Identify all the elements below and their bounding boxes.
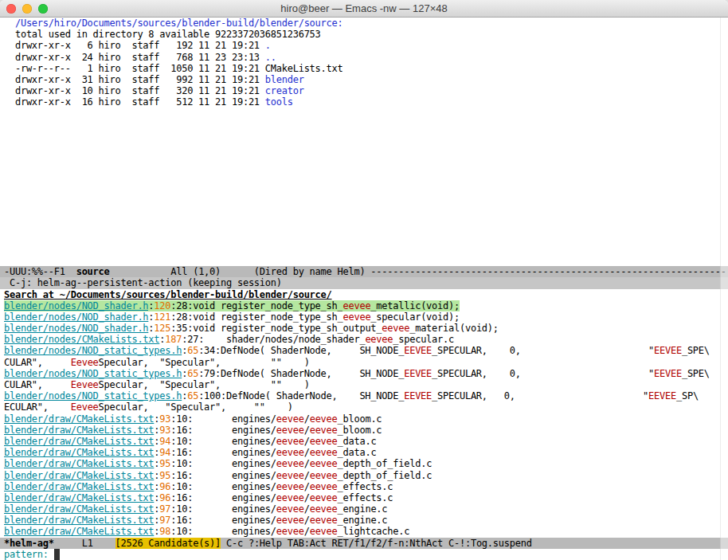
result-file-path[interactable]: blender/nodes/NOD_static_types.h: [4, 390, 182, 401]
match-highlight: eevee: [310, 526, 338, 537]
helm-candidate-row[interactable]: blender/draw/CMakeLists.txt:94:10: engin…: [0, 436, 728, 447]
text: _SPECULAR, 0, ": [432, 368, 654, 379]
helm-candidate-row[interactable]: blender/draw/CMakeLists.txt:95:10: engin…: [0, 458, 728, 469]
helm-candidate-row[interactable]: blender/nodes/NOD_shader.h:121:28:void r…: [0, 311, 728, 323]
text: :16: engines/: [170, 515, 276, 526]
text: /: [304, 413, 310, 425]
text: Search at ~/Documents/sources/blender-bu…: [4, 289, 332, 300]
blank-line: [0, 176, 728, 187]
helm-candidate-row[interactable]: blender/nodes/NOD_static_types.h:65:79:D…: [0, 368, 728, 379]
result-file-path[interactable]: blender/draw/CMakeLists.txt: [4, 492, 154, 503]
minimize-button[interactable]: [22, 4, 32, 14]
match-highlight: eevee: [310, 503, 338, 515]
text: :100:DefNode( ShaderNode, SH_NODE_: [198, 390, 404, 401]
blank-line: [0, 153, 728, 164]
blank-line: [0, 164, 728, 175]
text: _effects.c: [338, 481, 393, 492]
helm-candidate-row[interactable]: blender/draw/CMakeLists.txt:93:16: engin…: [0, 425, 728, 436]
result-file-path[interactable]: blender/draw/CMakeLists.txt: [4, 425, 154, 436]
bold-text: source: [76, 266, 110, 277]
helm-candidate-row[interactable]: ECULAR", EeveeSpecular, "Specular", "" ): [0, 401, 728, 413]
result-file-path[interactable]: blender/draw/CMakeLists.txt: [4, 481, 154, 492]
directory-link[interactable]: .: [265, 40, 271, 51]
result-line-number: 65: [187, 368, 198, 379]
terminal-window: hiro@beer — Emacs -nw — 127×48 /Users/hi…: [0, 0, 728, 560]
result-line-number: 97: [159, 503, 170, 515]
match-highlight: EEVEE: [654, 368, 682, 379]
helm-mode-line: *helm-ag* L1 [2526 Candidate(s)] C-c ?:H…: [0, 538, 728, 549]
text: /: [304, 503, 310, 515]
scrollbar[interactable]: [720, 18, 728, 560]
directory-link[interactable]: ..: [265, 52, 276, 63]
minibuffer[interactable]: pattern:: [0, 549, 728, 560]
helm-candidate-row[interactable]: blender/draw/CMakeLists.txt:96:10: engin…: [0, 481, 728, 492]
directory-link[interactable]: tools: [265, 96, 293, 108]
helm-candidate-row[interactable]: CULAR", EeveeSpecular, "Specular", "" ): [0, 379, 728, 390]
text: drwxr-xr-x 10 hiro staff 320 11 21 19:21: [4, 85, 265, 96]
text: Specular, "Specular", "" ): [99, 379, 310, 390]
text: _depth_of_field.c: [338, 470, 432, 481]
match-highlight: eevee: [276, 413, 304, 425]
text: _bloom.c: [338, 425, 382, 436]
helm-candidate-row[interactable]: blender/draw/CMakeLists.txt:96:16: engin…: [0, 492, 728, 503]
match-highlight: eevee: [310, 515, 338, 526]
close-button[interactable]: [6, 4, 16, 14]
helm-candidate-row[interactable]: blender/draw/CMakeLists.txt:95:16: engin…: [0, 470, 728, 481]
helm-source-header: Search at ~/Documents/sources/blender-bu…: [0, 289, 728, 300]
helm-candidate-row[interactable]: blender/nodes/NOD_static_types.h:65:100:…: [0, 390, 728, 401]
text: drwxr-xr-x 24 hiro staff 768 11 23 23:13: [4, 52, 265, 63]
result-file-path[interactable]: blender/nodes/NOD_static_types.h: [4, 368, 182, 379]
result-line-number: 121: [154, 311, 170, 323]
helm-candidate-row[interactable]: CULAR", EeveeSpecular, "Specular", "" ): [0, 357, 728, 368]
helm-candidate-row[interactable]: blender/draw/CMakeLists.txt:98:10: engin…: [0, 526, 728, 537]
helm-candidate-row[interactable]: blender/draw/CMakeLists.txt:97:10: engin…: [0, 503, 728, 515]
result-line-number: 94: [159, 447, 170, 458]
zoom-button[interactable]: [38, 4, 48, 14]
text: :10: engines/: [170, 458, 276, 469]
dired-file-row[interactable]: -rw-r--r-- 1 hiro staff 1050 11 21 19:21…: [0, 63, 728, 74]
result-file-path[interactable]: blender/nodes/CMakeLists.txt: [4, 334, 159, 345]
result-file-path[interactable]: blender/nodes/NOD_static_types.h: [4, 345, 182, 356]
text: _effects.c: [338, 492, 393, 503]
text: _data.c: [338, 447, 377, 458]
match-highlight: eevee: [276, 503, 304, 515]
result-file-path[interactable]: blender/draw/CMakeLists.txt: [4, 515, 154, 526]
match-highlight: eevee: [276, 481, 304, 492]
helm-candidate-row[interactable]: blender/draw/CMakeLists.txt:97:16: engin…: [0, 515, 728, 526]
text: _data.c: [338, 436, 377, 447]
text: _depth_of_field.c: [338, 458, 432, 469]
text: /: [304, 515, 310, 526]
text: :16: engines/: [170, 447, 276, 458]
helm-candidate-row[interactable]: blender/nodes/NOD_static_types.h:65:34:D…: [0, 345, 728, 356]
dired-file-row[interactable]: drwxr-xr-x 10 hiro staff 320 11 21 19:21…: [0, 85, 728, 96]
result-file-path[interactable]: blender/draw/CMakeLists.txt: [4, 503, 154, 515]
dired-file-row[interactable]: drwxr-xr-x 6 hiro staff 192 11 21 19:21 …: [0, 40, 728, 51]
result-file-path[interactable]: blender/draw/CMakeLists.txt: [4, 413, 154, 425]
result-file-path[interactable]: blender/draw/CMakeLists.txt: [4, 447, 154, 458]
helm-candidate-row[interactable]: blender/draw/CMakeLists.txt:93:10: engin…: [0, 413, 728, 425]
dired-mode-line: -UUU:%%--F1 source All (1,0) (Dired by n…: [0, 266, 728, 277]
result-file-path[interactable]: blender/draw/CMakeLists.txt: [4, 458, 154, 469]
result-file-path[interactable]: blender/draw/CMakeLists.txt: [4, 436, 154, 447]
text: _engine.c: [338, 503, 388, 515]
result-file-path[interactable]: blender/draw/CMakeLists.txt: [4, 470, 154, 481]
dired-file-row[interactable]: drwxr-xr-x 24 hiro staff 768 11 23 23:13…: [0, 52, 728, 63]
result-file-path[interactable]: blender/nodes/NOD_shader.h: [4, 311, 148, 323]
helm-candidate-row[interactable]: blender/nodes/NOD_shader.h:125:35:void r…: [0, 323, 728, 334]
text: C-j: helm-ag--persistent-action (keeping…: [4, 277, 282, 288]
dired-file-row[interactable]: drwxr-xr-x 16 hiro staff 512 11 21 19:21…: [0, 96, 728, 108]
match-highlight: eevee: [276, 425, 304, 436]
helm-candidate-row[interactable]: blender/nodes/CMakeLists.txt:187:27: sha…: [0, 334, 728, 345]
text: -rw-r--r-- 1 hiro staff 1050 11 21 19:21…: [4, 63, 342, 74]
result-file-path[interactable]: blender/nodes/NOD_shader.h: [4, 323, 148, 334]
directory-link[interactable]: creator: [265, 85, 304, 96]
helm-candidate-row[interactable]: blender/nodes/NOD_shader.h:120:28:void r…: [0, 300, 728, 311]
directory-link[interactable]: blender: [265, 74, 304, 85]
text: /: [304, 526, 310, 537]
result-file-path[interactable]: blender/nodes/NOD_shader.h: [4, 300, 148, 311]
result-file-path[interactable]: blender/draw/CMakeLists.txt: [4, 526, 154, 537]
minibuffer-prompt: pattern:: [4, 549, 54, 560]
helm-candidate-row[interactable]: blender/draw/CMakeLists.txt:94:16: engin…: [0, 447, 728, 458]
dired-file-row[interactable]: drwxr-xr-x 31 hiro staff 992 11 21 19:21…: [0, 74, 728, 85]
text: :79:DefNode( ShaderNode, SH_NODE_: [198, 368, 404, 379]
